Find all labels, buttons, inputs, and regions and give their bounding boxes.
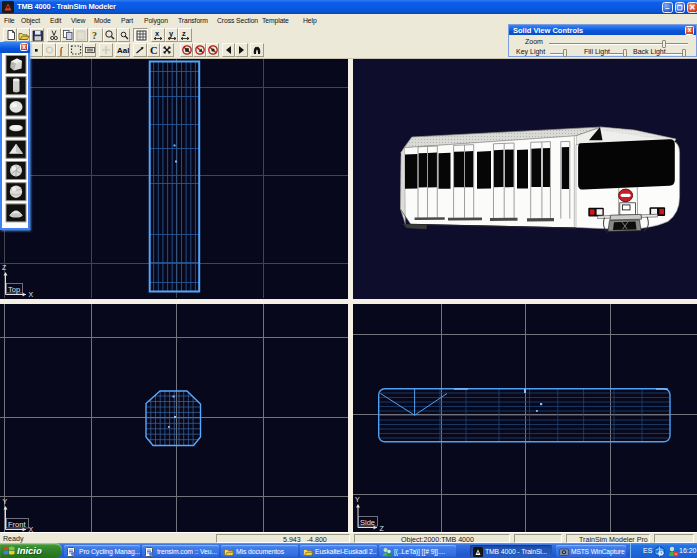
svg-text:y: y bbox=[169, 29, 174, 38]
svg-text:∫: ∫ bbox=[59, 45, 64, 56]
svg-text:X: X bbox=[29, 291, 34, 298]
svg-text:z: z bbox=[182, 29, 186, 38]
svg-text:Z: Z bbox=[2, 264, 7, 271]
svg-text:Aal: Aal bbox=[117, 46, 129, 55]
svg-text:Front: Front bbox=[8, 520, 26, 529]
svg-text:Z: Z bbox=[380, 525, 385, 532]
svg-text:Side: Side bbox=[360, 518, 375, 527]
svg-text:?: ? bbox=[92, 30, 97, 41]
svg-text:Y: Y bbox=[3, 498, 8, 505]
svg-text:C: C bbox=[150, 45, 158, 56]
svg-text:x: x bbox=[155, 29, 160, 38]
svg-text:Top: Top bbox=[8, 285, 20, 294]
svg-text:Y: Y bbox=[355, 496, 360, 503]
